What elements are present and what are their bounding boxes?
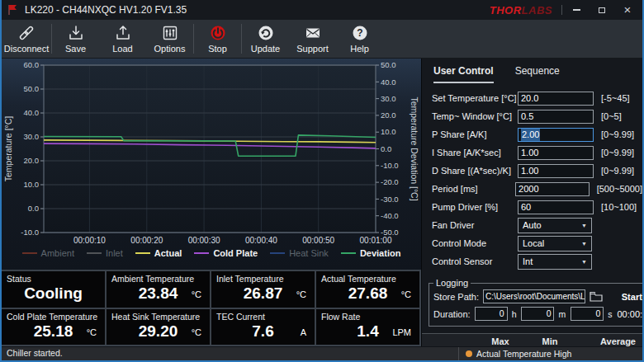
toolbar-button-options[interactable]: Options <box>146 20 193 58</box>
alert-area: Actual Temperature High <box>458 347 571 360</box>
toolbar-button-load[interactable]: Load <box>99 20 146 58</box>
field-range: [-5~45] <box>601 93 630 103</box>
help-icon: ? <box>351 24 369 42</box>
field-label: Pump Driver [%] <box>432 202 518 212</box>
minimize-icon <box>573 9 580 11</box>
svg-text:-10.0: -10.0 <box>21 228 39 237</box>
svg-text:0.0: 0.0 <box>28 204 39 213</box>
status-bar: Chiller started. Actual Temperature High <box>2 346 642 360</box>
tab-sequence[interactable]: Sequence <box>515 65 560 83</box>
store-path-row: Store Path: C:\Users\root\Documents\LK22… <box>433 288 642 305</box>
legend-swatch <box>22 252 37 254</box>
legend-item-actual[interactable]: Actual <box>135 248 182 258</box>
duration-seconds-input[interactable]: 0 <box>571 307 604 321</box>
svg-text:Temperature [°C]: Temperature [°C] <box>3 116 13 182</box>
toolbar: Disconnect Save Load Options <box>2 20 642 59</box>
field-label: Fan Driver <box>432 220 518 230</box>
legend-label: Inlet <box>106 248 123 258</box>
titlebar: LK220 - CH44NXQC HV1.20 FV1.35 THORLABS … <box>2 0 642 20</box>
legend-label: Deviation <box>360 248 401 258</box>
svg-text:10.0: 10.0 <box>381 127 396 136</box>
field-label: I Share [A/K*sec] <box>432 148 518 157</box>
period-input[interactable]: 2000 <box>515 182 590 196</box>
thorlabs-logo: THORLABS <box>490 4 552 16</box>
chevron-down-icon: ▼ <box>581 259 587 265</box>
store-path-label: Store Path: <box>433 292 479 302</box>
legend-item-cold-plate[interactable]: Cold Plate <box>194 248 258 258</box>
toolbar-button-help[interactable]: ? Help <box>336 20 383 58</box>
d-share-input[interactable]: 1.00 <box>518 164 594 178</box>
browse-folder-button[interactable] <box>590 291 603 302</box>
svg-text:20.0: 20.0 <box>381 110 396 120</box>
save-icon <box>67 24 85 42</box>
duration-hours-input[interactable]: 0 <box>475 307 508 321</box>
close-button[interactable]: × <box>623 4 632 16</box>
chevron-down-icon: ▼ <box>581 241 587 247</box>
form-row: D Share [(A*sec)/K] 1.00 [0~9.99] <box>432 162 642 180</box>
tile-status: Status Cooling <box>2 271 105 308</box>
stop-power-icon <box>209 24 227 42</box>
update-icon <box>257 24 275 42</box>
app-window: LK220 - CH44NXQC HV1.20 FV1.35 THORLABS … <box>0 0 644 362</box>
toolbar-button-disconnect[interactable]: Disconnect <box>2 20 51 58</box>
logging-group: Logging Store Path: C:\Users\root\Docume… <box>429 278 642 327</box>
chart-area: 60.050.040.030.020.010.00.0-10.050.040.0… <box>2 59 421 270</box>
field-range: [500~5000] <box>597 184 642 194</box>
duration-minutes-input[interactable]: 0 <box>521 307 554 321</box>
svg-text:00:00:10: 00:00:10 <box>73 236 106 245</box>
svg-text:50.0: 50.0 <box>381 60 396 69</box>
legend-swatch <box>341 252 356 254</box>
field-range: [0~9.99] <box>601 166 634 176</box>
chart-legend: AmbientInletActualCold PlateHeat SinkDev… <box>2 248 421 258</box>
legend-item-heat-sink[interactable]: Heat Sink <box>270 248 329 258</box>
load-icon <box>114 24 132 42</box>
close-icon: × <box>624 5 632 15</box>
toolbar-button-support[interactable]: Support <box>289 20 336 58</box>
tab-user-control[interactable]: User Control <box>433 65 494 83</box>
form-row: Control Sensor Int ▼ <box>432 252 642 270</box>
svg-text:-30.0: -30.0 <box>381 195 399 204</box>
window-title: LK220 - CH44NXQC HV1.20 FV1.35 <box>25 4 187 16</box>
stats-header: Max Min Average <box>422 333 642 346</box>
store-path-input[interactable]: C:\Users\root\Documents\LK22 <box>483 289 585 303</box>
fan-driver-select[interactable]: Auto ▼ <box>518 218 592 233</box>
temperature-chart: 60.050.040.030.020.010.00.0-10.050.040.0… <box>2 59 421 266</box>
form-row: Period [ms] 2000 [500~5000] <box>432 180 642 198</box>
field-range: [10~100] <box>601 202 637 212</box>
legend-swatch <box>194 252 209 254</box>
legend-item-ambient[interactable]: Ambient <box>22 248 74 258</box>
start-logging-button[interactable]: Start ▶ <box>622 291 642 302</box>
alert-dot-icon <box>466 350 472 357</box>
legend-item-inlet[interactable]: Inlet <box>87 248 123 258</box>
duration-label: Duration: <box>433 309 471 319</box>
temp-window-input[interactable]: 0.5 <box>518 110 594 124</box>
legend-label: Ambient <box>41 248 74 258</box>
options-icon <box>161 24 179 42</box>
field-label: Control Sensor <box>432 256 518 266</box>
set-temperature-input[interactable]: 20.0 <box>518 92 594 106</box>
disconnect-icon <box>17 24 36 42</box>
toolbar-button-update[interactable]: Update <box>242 20 289 58</box>
field-range: [0~5] <box>601 111 622 121</box>
i-share-input[interactable]: 1.00 <box>518 146 594 160</box>
form-row: I Share [A/K*sec] 1.00 [0~9.99] <box>432 143 642 162</box>
legend-item-deviation[interactable]: Deviation <box>341 248 401 258</box>
field-label: Period [ms] <box>432 184 515 194</box>
tile-ambient-temperature: Ambient Temperature 23.84 °C <box>107 271 210 308</box>
field-label: D Share [(A*sec)/K] <box>432 166 518 176</box>
pump-driver-input[interactable]: 60 <box>518 200 594 214</box>
titlebar-divider <box>561 5 562 15</box>
svg-text:00:00:20: 00:00:20 <box>130 236 163 245</box>
control-mode-select[interactable]: Local ▼ <box>518 236 592 252</box>
p-share-input[interactable]: 2.00 <box>518 128 594 142</box>
folder-icon <box>590 291 603 302</box>
elapsed-time: 00:00:00 <box>617 309 642 319</box>
svg-text:10.0: 10.0 <box>24 180 40 189</box>
control-sensor-select[interactable]: Int ▼ <box>518 254 592 270</box>
toolbar-button-stop[interactable]: Stop <box>194 20 241 58</box>
toolbar-button-save[interactable]: Save <box>52 20 99 58</box>
readout-tiles: Status Cooling Ambient Temperature 23.84… <box>2 270 421 346</box>
legend-swatch <box>270 252 285 254</box>
maximize-button[interactable] <box>597 4 607 16</box>
minimize-button[interactable] <box>571 4 581 16</box>
